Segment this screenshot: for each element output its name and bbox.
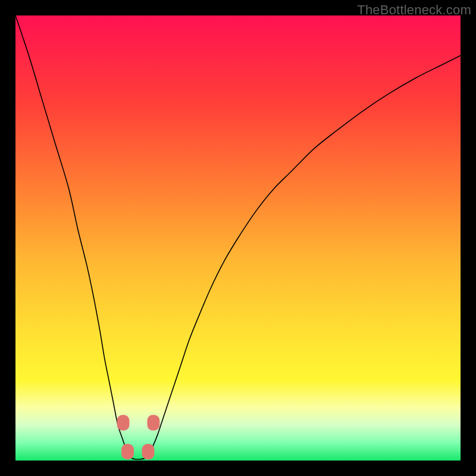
plot-svg (15, 15, 461, 461)
curve-marker (121, 444, 134, 459)
curve-marker (142, 444, 154, 459)
plot-area (15, 15, 461, 461)
curve-marker (147, 415, 159, 430)
curve-marker (117, 415, 130, 430)
chart-frame: TheBottleneck.com (0, 0, 476, 476)
watermark-text: TheBottleneck.com (357, 2, 471, 18)
